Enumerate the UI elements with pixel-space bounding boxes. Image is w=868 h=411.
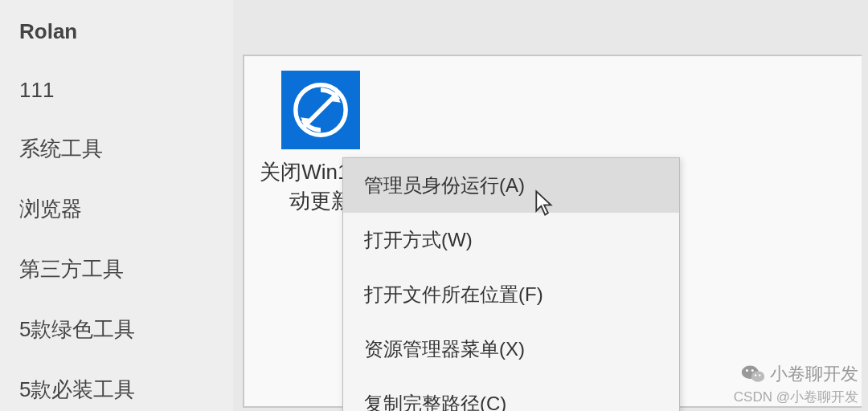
app-title: Rolan (0, 8, 233, 62)
sidebar-item-green-tools[interactable]: 5款绿色工具 (0, 299, 233, 360)
sidebar-item-browser[interactable]: 浏览器 (0, 179, 233, 239)
svg-point-9 (759, 374, 760, 376)
sidebar-item-must-install[interactable]: 5款必装工具 (0, 360, 233, 411)
disable-update-icon (281, 71, 360, 149)
watermark: 小卷聊开发 CSDN @小卷聊开发 (734, 362, 858, 406)
menu-explorer-menu[interactable]: 资源管理器菜单(X) (343, 322, 679, 376)
svg-point-8 (755, 374, 756, 376)
menu-run-as-admin[interactable]: 管理员身份运行(A) (343, 158, 679, 213)
svg-point-5 (751, 371, 765, 382)
svg-line-3 (303, 92, 338, 128)
sidebar-item-system-tools[interactable]: 系统工具 (0, 119, 233, 179)
sidebar-item-thirdparty[interactable]: 第三方工具 (0, 239, 233, 299)
sidebar: Rolan 111 系统工具 浏览器 第三方工具 5款绿色工具 5款必装工具 (0, 0, 233, 411)
context-menu: 管理员身份运行(A) 打开方式(W) 打开文件所在位置(F) 资源管理器菜单(X… (342, 157, 680, 411)
menu-copy-path[interactable]: 复制完整路径(C) (343, 376, 679, 411)
wechat-icon (741, 364, 765, 385)
watermark-text-1: 小卷聊开发 (770, 362, 858, 386)
menu-open-with[interactable]: 打开方式(W) (343, 213, 679, 267)
sidebar-item-111[interactable]: 111 (0, 62, 233, 119)
watermark-text-2: CSDN @小卷聊开发 (734, 388, 858, 406)
svg-point-7 (751, 369, 754, 372)
svg-point-6 (746, 369, 748, 372)
menu-open-location[interactable]: 打开文件所在位置(F) (343, 267, 679, 322)
